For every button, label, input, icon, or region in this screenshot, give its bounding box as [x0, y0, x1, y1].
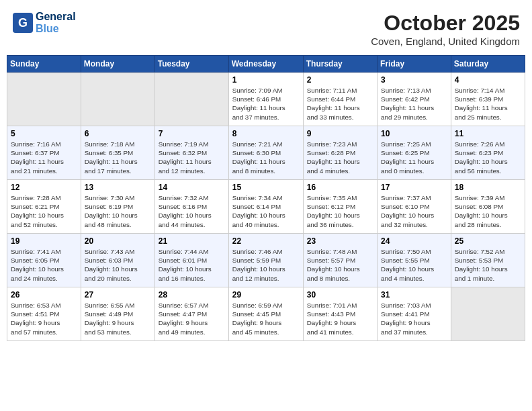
day-number: 24 — [381, 236, 447, 246]
day-number: 26 — [11, 290, 77, 300]
calendar-cell: 25Sunrise: 7:52 AM Sunset: 5:53 PM Dayli… — [451, 234, 525, 287]
day-info: Sunrise: 7:26 AM Sunset: 6:23 PM Dayligh… — [455, 140, 521, 175]
calendar-cell: 26Sunrise: 6:53 AM Sunset: 4:51 PM Dayli… — [7, 287, 81, 341]
calendar-cell: 19Sunrise: 7:41 AM Sunset: 6:05 PM Dayli… — [7, 234, 81, 287]
day-info: Sunrise: 7:30 AM Sunset: 6:19 PM Dayligh… — [85, 193, 151, 229]
day-info: Sunrise: 7:44 AM Sunset: 6:01 PM Dayligh… — [159, 247, 225, 283]
day-info: Sunrise: 7:19 AM Sunset: 6:32 PM Dayligh… — [159, 140, 225, 175]
day-number: 10 — [381, 129, 447, 138]
day-number: 17 — [381, 183, 447, 192]
weekday-header-sunday: Sunday — [7, 56, 81, 73]
day-info: Sunrise: 7:28 AM Sunset: 6:21 PM Dayligh… — [11, 193, 77, 229]
day-info: Sunrise: 7:48 AM Sunset: 5:57 PM Dayligh… — [307, 247, 373, 283]
title-block: October 2025 Coven, England, United King… — [371, 11, 520, 47]
day-number: 1 — [232, 75, 300, 85]
day-info: Sunrise: 7:16 AM Sunset: 6:37 PM Dayligh… — [11, 140, 77, 175]
day-number: 25 — [455, 236, 521, 246]
weekday-header-tuesday: Tuesday — [154, 56, 228, 73]
calendar-cell: 20Sunrise: 7:43 AM Sunset: 6:03 PM Dayli… — [81, 234, 154, 287]
day-number: 9 — [307, 129, 373, 138]
calendar-cell: 17Sunrise: 7:37 AM Sunset: 6:10 PM Dayli… — [378, 180, 451, 234]
calendar-cell: 3Sunrise: 7:13 AM Sunset: 6:42 PM Daylig… — [378, 73, 451, 126]
day-info: Sunrise: 7:43 AM Sunset: 6:03 PM Dayligh… — [85, 247, 151, 283]
calendar-cell: 7Sunrise: 7:19 AM Sunset: 6:32 PM Daylig… — [154, 126, 228, 180]
location-subtitle: Coven, England, United Kingdom — [371, 36, 520, 47]
day-info: Sunrise: 7:14 AM Sunset: 6:39 PM Dayligh… — [455, 86, 521, 122]
month-title: October 2025 — [371, 11, 520, 36]
day-number: 19 — [11, 236, 77, 246]
calendar-week-5: 26Sunrise: 6:53 AM Sunset: 4:51 PM Dayli… — [7, 287, 525, 341]
calendar-cell: 5Sunrise: 7:16 AM Sunset: 6:37 PM Daylig… — [7, 126, 81, 180]
calendar-cell: 1Sunrise: 7:09 AM Sunset: 6:46 PM Daylig… — [228, 73, 303, 126]
day-number: 7 — [159, 129, 225, 138]
calendar-cell: 28Sunrise: 6:57 AM Sunset: 4:47 PM Dayli… — [154, 287, 228, 341]
calendar-cell: 12Sunrise: 7:28 AM Sunset: 6:21 PM Dayli… — [7, 180, 81, 234]
day-info: Sunrise: 7:46 AM Sunset: 5:59 PM Dayligh… — [232, 247, 300, 283]
day-info: Sunrise: 7:21 AM Sunset: 6:30 PM Dayligh… — [232, 140, 300, 175]
logo-icon: G — [12, 12, 34, 34]
calendar-cell — [451, 287, 525, 341]
day-number: 20 — [85, 236, 151, 246]
logo-text-line1: General — [36, 11, 76, 23]
day-number: 8 — [232, 129, 300, 138]
calendar-cell: 10Sunrise: 7:25 AM Sunset: 6:25 PM Dayli… — [378, 126, 451, 180]
day-number: 5 — [11, 129, 77, 138]
calendar-cell: 11Sunrise: 7:26 AM Sunset: 6:23 PM Dayli… — [451, 126, 525, 180]
day-info: Sunrise: 6:55 AM Sunset: 4:49 PM Dayligh… — [85, 301, 151, 336]
calendar-cell: 6Sunrise: 7:18 AM Sunset: 6:35 PM Daylig… — [81, 126, 154, 180]
calendar-cell: 18Sunrise: 7:39 AM Sunset: 6:08 PM Dayli… — [451, 180, 525, 234]
calendar-cell: 14Sunrise: 7:32 AM Sunset: 6:16 PM Dayli… — [154, 180, 228, 234]
day-info: Sunrise: 7:39 AM Sunset: 6:08 PM Dayligh… — [455, 193, 521, 229]
day-number: 27 — [85, 290, 151, 300]
day-info: Sunrise: 7:03 AM Sunset: 4:41 PM Dayligh… — [381, 301, 447, 336]
day-info: Sunrise: 7:32 AM Sunset: 6:16 PM Dayligh… — [159, 193, 225, 229]
calendar-cell: 24Sunrise: 7:50 AM Sunset: 5:55 PM Dayli… — [378, 234, 451, 287]
day-info: Sunrise: 7:23 AM Sunset: 6:28 PM Dayligh… — [307, 140, 373, 175]
day-number: 6 — [85, 129, 151, 138]
calendar-cell: 15Sunrise: 7:34 AM Sunset: 6:14 PM Dayli… — [228, 180, 303, 234]
logo-text-line2: Blue — [36, 23, 76, 35]
day-info: Sunrise: 7:34 AM Sunset: 6:14 PM Dayligh… — [232, 193, 300, 229]
day-info: Sunrise: 7:18 AM Sunset: 6:35 PM Dayligh… — [85, 140, 151, 175]
day-info: Sunrise: 7:41 AM Sunset: 6:05 PM Dayligh… — [11, 247, 77, 283]
calendar-cell: 2Sunrise: 7:11 AM Sunset: 6:44 PM Daylig… — [303, 73, 377, 126]
day-number: 11 — [455, 129, 521, 138]
day-info: Sunrise: 7:35 AM Sunset: 6:12 PM Dayligh… — [307, 193, 373, 229]
logo: G General Blue — [12, 11, 76, 34]
day-info: Sunrise: 7:01 AM Sunset: 4:43 PM Dayligh… — [307, 301, 373, 336]
calendar-cell — [154, 73, 228, 126]
day-info: Sunrise: 6:59 AM Sunset: 4:45 PM Dayligh… — [232, 301, 300, 336]
day-number: 22 — [232, 236, 300, 246]
weekday-header-wednesday: Wednesday — [228, 56, 303, 73]
day-number: 3 — [381, 75, 447, 85]
calendar-cell: 22Sunrise: 7:46 AM Sunset: 5:59 PM Dayli… — [228, 234, 303, 287]
day-info: Sunrise: 7:50 AM Sunset: 5:55 PM Dayligh… — [381, 247, 447, 283]
calendar-week-4: 19Sunrise: 7:41 AM Sunset: 6:05 PM Dayli… — [7, 234, 525, 287]
calendar-week-1: 1Sunrise: 7:09 AM Sunset: 6:46 PM Daylig… — [7, 73, 525, 126]
calendar-cell: 30Sunrise: 7:01 AM Sunset: 4:43 PM Dayli… — [303, 287, 377, 341]
calendar-cell: 27Sunrise: 6:55 AM Sunset: 4:49 PM Dayli… — [81, 287, 154, 341]
day-number: 18 — [455, 183, 521, 192]
day-number: 13 — [85, 183, 151, 192]
calendar-cell — [7, 73, 81, 126]
day-info: Sunrise: 6:57 AM Sunset: 4:47 PM Dayligh… — [159, 301, 225, 336]
day-number: 23 — [307, 236, 373, 246]
calendar-cell — [81, 73, 154, 126]
day-number: 30 — [307, 290, 373, 300]
day-number: 16 — [307, 183, 373, 192]
day-number: 12 — [11, 183, 77, 192]
page-header: G General Blue October 2025 Coven, Engla… — [7, 7, 525, 51]
calendar-cell: 16Sunrise: 7:35 AM Sunset: 6:12 PM Dayli… — [303, 180, 377, 234]
weekday-header-monday: Monday — [81, 56, 154, 73]
day-info: Sunrise: 7:11 AM Sunset: 6:44 PM Dayligh… — [307, 86, 373, 122]
day-number: 21 — [159, 236, 225, 246]
calendar-table: SundayMondayTuesdayWednesdayThursdayFrid… — [7, 55, 525, 341]
svg-text:G: G — [18, 16, 28, 30]
day-info: Sunrise: 7:37 AM Sunset: 6:10 PM Dayligh… — [381, 193, 447, 229]
calendar-cell: 13Sunrise: 7:30 AM Sunset: 6:19 PM Dayli… — [81, 180, 154, 234]
day-number: 4 — [455, 75, 521, 85]
calendar-cell: 31Sunrise: 7:03 AM Sunset: 4:41 PM Dayli… — [378, 287, 451, 341]
day-info: Sunrise: 7:25 AM Sunset: 6:25 PM Dayligh… — [381, 140, 447, 175]
day-info: Sunrise: 7:13 AM Sunset: 6:42 PM Dayligh… — [381, 86, 447, 122]
day-number: 2 — [307, 75, 373, 85]
